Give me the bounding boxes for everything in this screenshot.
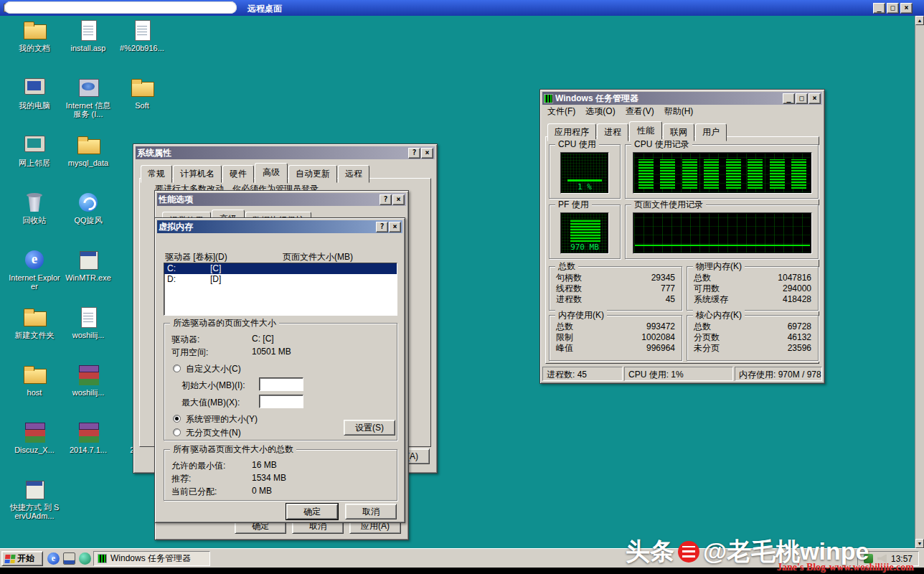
sysprops-tab[interactable]: 高级 — [255, 163, 288, 184]
desktop-icon-5[interactable]: Soft — [116, 76, 168, 110]
no-pagefile-radio[interactable] — [173, 428, 181, 436]
stat-row: 进程数45 — [550, 294, 682, 305]
free-space-label: 可用空间: — [171, 347, 208, 359]
cpu-history-group: CPU 使用记录 — [625, 144, 819, 199]
desktop-icon-20[interactable]: 快捷方式 到 ServUAdm... — [9, 478, 60, 520]
scroll-up-icon[interactable]: ▲ — [915, 16, 924, 25]
sysprops-tab[interactable]: 远程 — [338, 165, 369, 183]
restore-icon[interactable]: □ — [887, 3, 899, 14]
stat-row: 分页数46132 — [687, 332, 818, 343]
help-icon[interactable]: ? — [376, 222, 388, 232]
quick-launch: e — [47, 552, 91, 565]
show-desktop-icon[interactable] — [63, 552, 75, 565]
desktop-icon-14[interactable]: woshilij... — [62, 306, 114, 339]
quicklaunch-ie-icon[interactable]: e — [47, 552, 60, 565]
stat-row: 总数69728 — [687, 321, 818, 332]
redacted-host-label — [4, 1, 237, 14]
desktop-icon-2[interactable]: #%20b916... — [116, 19, 168, 52]
sysprops-tab[interactable]: 自动更新 — [288, 165, 337, 183]
volume-label: [C] — [210, 263, 221, 274]
total-value: 1534 MB — [252, 473, 286, 483]
desktop-icon-17[interactable]: Discuz_X... — [9, 420, 60, 454]
start-label: 开始 — [17, 552, 34, 565]
drive-letter: C: — [167, 263, 176, 273]
drive-value: C: [C] — [252, 334, 274, 344]
pf-usage-group: PF 使用 970 MB — [549, 204, 621, 259]
desktop-icon-label: Internet 信息服务 (I... — [62, 101, 114, 118]
drive-label: 驱动器: — [171, 334, 199, 346]
virtual-memory-dialog: 虚拟内存 ? × 驱动器 [卷标](D) 页面文件大小(MB) C:[C]D:[… — [154, 217, 405, 523]
stat-label: 进程数 — [556, 294, 582, 304]
close-icon[interactable]: × — [392, 194, 405, 205]
taskmgr-tab[interactable]: 用户 — [695, 123, 727, 141]
close-icon[interactable]: × — [389, 222, 401, 232]
set-button[interactable]: 设置(S) — [344, 420, 395, 436]
stat-value: 777 — [661, 283, 675, 294]
task-button-label: Windows 任务管理器 — [110, 552, 191, 565]
stat-row: 峰值996964 — [550, 343, 682, 354]
initial-size-input[interactable] — [259, 377, 303, 391]
total-label: 当前已分配: — [171, 486, 217, 498]
vertical-scrollbar[interactable]: ▲ ▼ — [915, 16, 924, 548]
quicklaunch-browser-icon[interactable] — [79, 552, 91, 565]
cpu-history-bar — [748, 159, 763, 189]
initial-size-label: 初始大小(MB)(I): — [182, 380, 245, 392]
stat-value: 993472 — [646, 321, 675, 332]
stat-row: 总数993472 — [550, 321, 682, 332]
help-icon[interactable]: ? — [408, 148, 420, 159]
taskbar-task-button[interactable]: Windows 任务管理器 — [93, 551, 210, 566]
desktop-icon-6[interactable]: 网上邻居 — [9, 133, 60, 167]
close-icon[interactable]: × — [421, 148, 433, 159]
cpu-history-bar — [660, 159, 675, 189]
desktop-icon-label: 快捷方式 到 ServUAdm... — [9, 503, 60, 520]
stat-row: 未分页23596 — [687, 343, 818, 354]
desktop-icon-3[interactable]: 我的电脑 — [9, 76, 60, 110]
cpu-history-bar — [638, 159, 654, 189]
desktop-icon-7[interactable]: mysql_data — [62, 133, 114, 167]
sysprops-tab[interactable]: 硬件 — [222, 165, 254, 183]
drive-list[interactable]: C:[C]D:[D] — [164, 263, 397, 316]
desktop-icon-12[interactable]: WinMTR.exe — [62, 248, 114, 282]
sysprops-tab[interactable]: 常规 — [141, 165, 172, 183]
drive-list-item[interactable]: C:[C] — [164, 263, 397, 274]
desktop-icon-13[interactable]: 新建文件夹 — [9, 306, 60, 339]
help-icon[interactable]: ? — [380, 194, 392, 205]
stat-row: 限制1002084 — [550, 332, 682, 343]
watermark-prefix: 头条 — [626, 535, 674, 568]
minimize-icon[interactable]: _ — [873, 3, 885, 14]
connection-bar-title: 远程桌面 — [248, 3, 282, 15]
drive-list-item[interactable]: D:[D] — [164, 274, 397, 285]
free-space-value: 10501 MB — [252, 347, 291, 357]
cpu-history-graph — [633, 152, 812, 194]
notepad-icon — [76, 306, 100, 329]
cpu-usage-gauge: 1 % — [560, 152, 609, 194]
desktop-icon-11[interactable]: Internet Explorer — [9, 248, 60, 291]
cancel-button[interactable]: 取消 — [345, 504, 397, 519]
ok-button[interactable]: 确定 — [286, 504, 338, 519]
custom-size-radio[interactable] — [173, 364, 181, 372]
desktop-icon-16[interactable]: woshilij... — [62, 363, 114, 397]
sysprops-tab[interactable]: 计算机名 — [173, 165, 222, 183]
status-cell: 内存使用: 970M / 978M — [735, 367, 822, 381]
totals-group: 所有驱动器页面文件大小的总数 允许的最小值:16 MB推荐:1534 MB当前已… — [164, 449, 397, 501]
desktop-icon-8[interactable]: 回收站 — [9, 191, 60, 225]
desktop-icon-18[interactable]: 2014.7.1... — [62, 420, 114, 454]
taskmgr-tab[interactable]: 进程 — [597, 123, 628, 141]
desktop-icon-9[interactable]: QQ旋风 — [62, 191, 114, 225]
start-button[interactable]: 开始 — [1, 551, 43, 566]
pagefile-history-graph — [633, 212, 812, 254]
system-managed-radio[interactable] — [173, 415, 181, 423]
max-size-input[interactable] — [259, 395, 303, 408]
scroll-down-icon[interactable]: ▼ — [915, 539, 924, 548]
desktop-icon-4[interactable]: Internet 信息服务 (I... — [62, 76, 114, 118]
desktop-icon-label: woshilij... — [62, 388, 114, 397]
desktop-icon-0[interactable]: 我的文档 — [9, 19, 60, 52]
stat-value: 46132 — [788, 332, 811, 343]
close-icon[interactable]: × — [900, 3, 913, 14]
stat-label: 总数 — [694, 321, 711, 331]
total-label: 允许的最小值: — [171, 460, 225, 472]
desktop-icon-1[interactable]: install.asp — [62, 19, 114, 52]
exe-icon — [22, 478, 47, 501]
desktop-icon-15[interactable]: host — [9, 363, 60, 397]
desktop-icon-label: QQ旋风 — [62, 216, 114, 225]
